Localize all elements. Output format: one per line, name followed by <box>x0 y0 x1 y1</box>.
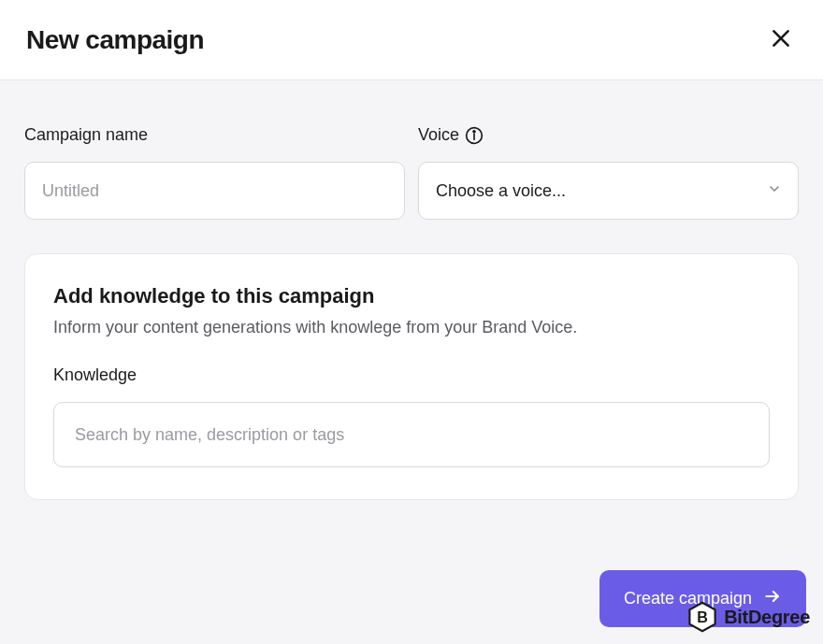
campaign-name-group: Campaign name <box>24 125 405 220</box>
voice-select-value: Choose a voice... <box>436 181 566 201</box>
knowledge-search-input[interactable] <box>53 402 770 467</box>
campaign-name-label: Campaign name <box>24 125 405 145</box>
knowledge-card: Add knowledge to this campaign Inform yo… <box>24 253 799 500</box>
watermark-text: BitDegree <box>724 607 810 628</box>
svg-point-4 <box>473 130 475 132</box>
close-button[interactable] <box>765 22 797 57</box>
dialog-header: New campaign <box>0 0 823 80</box>
dialog-title: New campaign <box>26 25 204 55</box>
voice-label-text: Voice <box>418 125 459 145</box>
close-icon <box>769 26 793 53</box>
svg-text:B: B <box>697 608 708 625</box>
campaign-name-input[interactable] <box>24 162 405 220</box>
watermark-badge-icon: B <box>686 601 718 633</box>
voice-select[interactable]: Choose a voice... <box>418 162 799 220</box>
knowledge-card-subtitle: Inform your content generations with kno… <box>53 318 770 337</box>
voice-label: Voice <box>418 125 799 145</box>
watermark: B BitDegree <box>681 597 816 637</box>
dialog-content: Campaign name Voice Choose a voice... <box>0 80 823 519</box>
knowledge-card-title: Add knowledge to this campaign <box>53 284 770 308</box>
form-row: Campaign name Voice Choose a voice... <box>24 125 799 220</box>
info-icon[interactable] <box>465 126 484 145</box>
voice-select-wrapper: Choose a voice... <box>418 162 799 220</box>
knowledge-field-label: Knowledge <box>53 365 770 385</box>
voice-group: Voice Choose a voice... <box>418 125 799 220</box>
